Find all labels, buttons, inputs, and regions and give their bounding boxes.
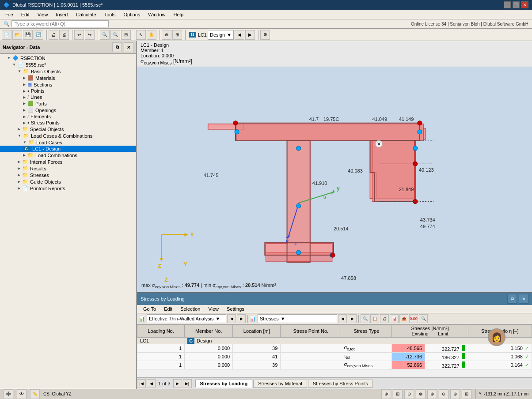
tab-by-stress-points[interactable]: Stresses by Stress Points [308,380,373,388]
bpm-selection[interactable]: Selection [177,306,204,312]
redo-button[interactable]: ↪ [85,30,95,40]
settings-button[interactable]: ⚙ [260,30,270,40]
status-eye-btn[interactable]: 👁 [17,389,27,399]
panel-close-btn[interactable]: ✕ [519,294,528,304]
stress-prev[interactable]: ◀ [338,314,347,323]
nav-parts[interactable]: ▶ 🟩 Parts [0,100,136,107]
menu-window[interactable]: Window [144,11,169,18]
nav-guide-objects[interactable]: ▶ 📁 Guide Objects [0,178,136,185]
print2-button[interactable]: 🖨 [59,30,69,40]
nav-openings[interactable]: ▶ ⬜ Openings [0,107,136,113]
tab-prev-btn[interactable]: ◀ [147,379,156,388]
tool-btn5[interactable]: 📤 [399,314,408,323]
snap-button[interactable]: ⊕ [162,30,171,40]
bpm-goto[interactable]: Go To [140,306,160,312]
status-snap7[interactable]: ⊜ [450,389,460,399]
title-bar-controls[interactable]: ─ □ ✕ [504,1,528,8]
close-button[interactable]: ✕ [521,1,528,8]
nav-internal-forces[interactable]: ▶ 📁 Internal Forces [0,158,136,165]
analysis-dropdown[interactable]: Effective Thin-Walled Analysis ▼ [147,314,226,323]
analysis-prev[interactable]: ◀ [227,314,236,323]
tab-first-btn[interactable]: |◀ [137,379,146,388]
select-button[interactable]: ↖ [136,30,146,40]
zoom-all-button[interactable]: ⊞ [121,30,131,40]
tool-btn4[interactable]: 📊 [390,314,399,323]
analysis-next[interactable]: ▶ [237,314,246,323]
tool-btn6[interactable]: 0.00 [409,314,418,323]
bpm-edit[interactable]: Edit [160,306,176,312]
status-add-btn[interactable]: ➕ [4,389,13,399]
print-button[interactable]: 🖨 [49,30,58,40]
grid-button[interactable]: ⊞ [172,30,182,40]
nav-sections[interactable]: ▶ ▦ Sections [0,81,136,88]
nav-load-cases[interactable]: ▼ 📁 Load Cases [0,139,136,146]
minimize-button[interactable]: ─ [504,1,511,8]
nav-printout-reports[interactable]: ▶ 📄 Printout Reports [0,185,136,192]
menu-help[interactable]: Help [170,11,187,18]
user-avatar[interactable]: 👩 [488,328,505,346]
stress-dropdown[interactable]: Stresses ▼ [258,314,337,323]
nav-load-cases-comb[interactable]: ▼ 📁 Load Cases & Combinations [0,132,136,139]
status-snap5[interactable]: ⊛ [427,389,437,399]
main-canvas[interactable]: y v u z Y Z [137,67,532,292]
tool-btn1[interactable]: 🔍 [361,314,369,323]
nav-lc1-design[interactable]: G LC1 - Design [0,146,136,152]
nav-header-controls[interactable]: ⧉ ✕ [112,42,133,52]
status-ruler-btn[interactable]: 📏 [30,389,40,399]
menu-insert[interactable]: Insert [52,11,72,18]
nav-detach-button[interactable]: ⧉ [112,42,122,52]
tab-last-btn[interactable]: ▶| [183,379,192,388]
prev-lc-button[interactable]: ◀ [235,30,244,40]
tab-nav-controls[interactable]: |◀ ◀ 1 of 3 ▶ ▶| [137,379,192,388]
nav-rsection[interactable]: ▼ 🔷 RSECTION [0,55,136,61]
menu-calculate[interactable]: Calculate [72,11,100,18]
menu-options[interactable]: Options [120,11,144,18]
tab-by-loading[interactable]: Stresses by Loading [195,380,253,388]
menu-view[interactable]: View [34,11,52,18]
pan-button[interactable]: ✋ [147,30,156,40]
canvas-area[interactable]: y v u z Y Z [137,67,532,292]
open-button[interactable]: 📂 [12,30,22,40]
new-button[interactable]: 📄 [2,30,11,40]
tool-btn3[interactable]: 🖨 [380,314,389,323]
tab-by-material[interactable]: Stresses by Material [253,380,307,388]
refresh-button[interactable]: 🔄 [34,30,43,40]
zoom-in-button[interactable]: 🔍 [100,30,110,40]
tool-btn2[interactable]: 📋 [370,314,379,323]
nav-elements[interactable]: ▶ / Elements [0,113,136,120]
bottom-panel-controls[interactable]: ⧉ ✕ [507,294,528,304]
nav-stresses[interactable]: ▶ 📁 Stresses [0,172,136,178]
save-button[interactable]: 💾 [23,30,33,40]
nav-close-button[interactable]: ✕ [124,42,133,52]
menu-tools[interactable]: Tools [101,11,119,18]
status-snap2[interactable]: ⊞ [393,389,403,399]
nav-lines[interactable]: ▶ / Lines [0,94,136,100]
bpm-view[interactable]: View [205,306,222,312]
nav-results[interactable]: ▶ 📁 Results [0,165,136,172]
nav-special-objects[interactable]: ▶ 📁 Special Objects [0,126,136,132]
panel-detach-btn[interactable]: ⧉ [507,294,517,304]
nav-stress-points[interactable]: ▶ • Stress Points [0,120,136,126]
nav-materials[interactable]: ▶ 🟫 Materials [0,75,136,81]
tab-next-btn[interactable]: ▶ [173,379,182,388]
nav-points[interactable]: ▶ • Points [0,88,136,94]
menu-file[interactable]: File [2,11,17,18]
lc-dropdown[interactable]: Design ▼ [208,30,234,40]
nav-load-combinations[interactable]: ▶ 📁 Load Combinations [0,152,136,158]
status-snap8[interactable]: ⊞ [462,389,471,399]
status-snap1[interactable]: ⊕ [381,389,391,399]
nav-file[interactable]: ▼ 📄 5555.rsc* [0,61,136,68]
status-snap4[interactable]: ⊗ [416,389,426,399]
undo-button[interactable]: ↩ [74,30,84,40]
nav-basic-objects[interactable]: ▼ 📁 Basic Objects [0,68,136,75]
menu-edit[interactable]: Edit [18,11,33,18]
status-snap6[interactable]: ⊝ [439,389,448,399]
next-lc-button[interactable]: ▶ [245,30,255,40]
search-input[interactable] [11,20,109,27]
bpm-settings[interactable]: Settings [223,306,248,312]
status-snap3[interactable]: ⊙ [404,389,414,399]
canvas-close-btn[interactable]: ✕ [375,140,382,147]
maximize-button[interactable]: □ [513,1,520,8]
tool-btn7[interactable]: 🔍 [419,314,428,323]
stress-next[interactable]: ▶ [348,314,357,323]
